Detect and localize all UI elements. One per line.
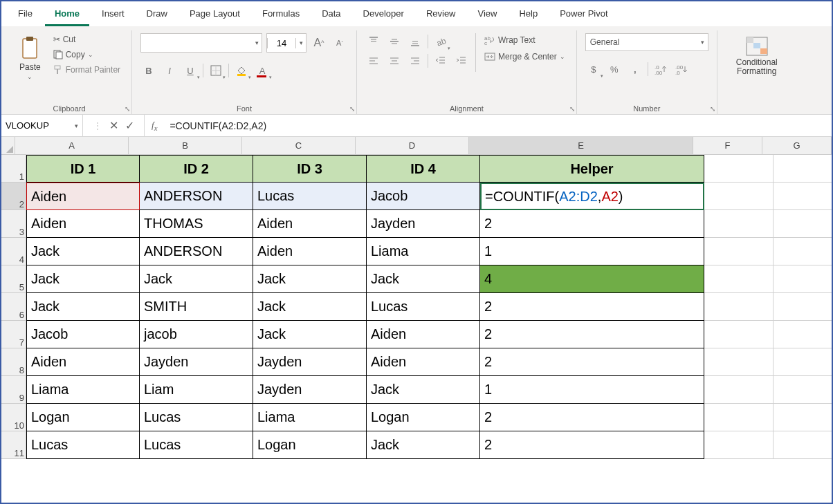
increase-indent-icon[interactable] [453,53,470,69]
align-left-icon[interactable] [365,53,382,69]
increase-decimal-icon[interactable]: .0.00 [652,61,669,77]
copy-button[interactable]: Copy ⌄ [51,48,123,61]
tab-file[interactable]: File [8,4,42,26]
format-painter-button[interactable]: Format Painter [51,64,123,76]
cell-G2[interactable] [774,183,833,210]
merge-center-button[interactable]: Merge & Center ⌄ [482,50,568,64]
dialog-launcher-icon[interactable]: ⤡ [710,105,715,113]
row-header-3[interactable]: 3 [1,210,26,238]
name-box[interactable]: VLOOKUP ▾ [1,115,83,136]
cell-B8[interactable]: Jayden [140,348,253,376]
cell-A11[interactable]: Lucas [26,431,140,459]
underline-button[interactable]: U [182,62,199,79]
cell-C1[interactable]: ID 3 [253,155,367,183]
cell-E10[interactable]: 2 [480,404,704,431]
enter-formula-icon[interactable]: ✓ [125,119,134,132]
cell-A5[interactable]: Jack [26,265,140,293]
tab-help[interactable]: Help [509,4,547,26]
cell-A9[interactable]: Liama [26,376,140,404]
wrap-text-button[interactable]: abc Wrap Text [482,33,568,47]
cell-F10[interactable] [704,404,774,431]
cell-C11[interactable]: Logan [253,431,367,459]
column-header-G[interactable]: G [762,137,832,155]
currency-button[interactable]: $ [585,61,602,77]
cell-G7[interactable] [774,321,833,348]
cell-G3[interactable] [774,210,833,238]
align-center-icon[interactable] [386,53,403,69]
column-header-C[interactable]: C [242,137,356,155]
align-top-icon[interactable] [365,33,382,50]
bold-button[interactable]: B [140,62,157,79]
cell-B6[interactable]: SMITH [140,293,253,321]
row-header-7[interactable]: 7 [1,321,26,348]
dialog-launcher-icon[interactable]: ⤡ [349,105,355,113]
cell-G11[interactable] [774,431,833,459]
cell-C3[interactable]: Aiden [253,210,367,238]
cell-C9[interactable]: Jayden [253,376,367,404]
cell-B4[interactable]: ANDERSON [140,238,253,265]
cell-E8[interactable]: 2 [480,348,704,376]
tab-insert[interactable]: Insert [92,4,134,26]
cell-G8[interactable] [774,348,833,376]
cell-B11[interactable]: Lucas [140,431,253,459]
cell-F11[interactable] [704,431,774,459]
cell-B3[interactable]: THOMAS [140,210,253,238]
align-middle-icon[interactable] [386,33,403,50]
cell-B7[interactable]: jacob [140,321,253,348]
cell-F8[interactable] [704,348,774,376]
cell-D1[interactable]: ID 4 [367,155,480,183]
orientation-button[interactable]: ab [432,33,449,50]
cell-A6[interactable]: Jack [26,293,140,321]
cell-C7[interactable]: Jack [253,321,367,348]
cell-D3[interactable]: Jayden [367,210,480,238]
formula-input[interactable]: =COUNTIF(A2:D2,A2) [164,120,832,131]
border-button[interactable] [208,62,224,79]
cancel-formula-icon[interactable]: ✕ [109,119,118,132]
cell-E5[interactable]: 4 [480,265,704,293]
tab-power-pivot[interactable]: Power Pivot [550,4,617,26]
cell-C5[interactable]: Jack [253,265,367,293]
column-header-F[interactable]: F [693,137,762,155]
cell-D11[interactable]: Jack [367,431,480,459]
tab-developer[interactable]: Developer [354,4,414,26]
row-header-1[interactable]: 1 [1,155,26,183]
tab-draw[interactable]: Draw [137,4,177,26]
align-bottom-icon[interactable] [407,33,423,50]
column-header-A[interactable]: A [15,137,129,155]
comma-button[interactable]: , [627,61,643,77]
dialog-launcher-icon[interactable]: ⤡ [125,105,130,113]
cell-D2[interactable]: Jacob [367,183,480,210]
italic-button[interactable]: I [161,62,178,79]
cell-D9[interactable]: Jack [367,376,480,404]
cell-A3[interactable]: Aiden [26,210,140,238]
cell-D8[interactable]: Aiden [367,348,480,376]
cell-F7[interactable] [704,321,774,348]
cell-C10[interactable]: Liama [253,404,367,431]
cut-button[interactable]: ✂ Cut [51,33,123,46]
align-right-icon[interactable] [407,53,423,69]
cell-F1[interactable] [704,155,774,183]
column-header-D[interactable]: D [356,137,469,155]
cell-F4[interactable] [704,238,774,265]
tab-home[interactable]: Home [45,4,89,26]
cell-E3[interactable]: 2 [480,210,704,238]
dialog-launcher-icon[interactable]: ⤡ [569,105,575,113]
increase-font-icon[interactable]: A^ [311,35,327,51]
cell-E2[interactable]: =COUNTIF(A2:D2,A2) [480,183,704,210]
cell-E9[interactable]: 1 [480,376,704,404]
cell-B5[interactable]: Jack [140,265,253,293]
font-family-select[interactable]: ▾ [140,33,262,53]
percent-button[interactable]: % [606,61,623,77]
cell-C8[interactable]: Jayden [253,348,367,376]
cell-B2[interactable]: ANDERSON [140,183,253,210]
cell-D6[interactable]: Lucas [367,293,480,321]
cell-A8[interactable]: Aiden [26,348,140,376]
row-header-11[interactable]: 11 [1,431,26,459]
cell-D7[interactable]: Aiden [367,321,480,348]
number-format-select[interactable]: General ▾ [585,33,708,51]
cell-G5[interactable] [774,265,833,293]
cell-C4[interactable]: Aiden [253,238,367,265]
cell-E6[interactable]: 2 [480,293,704,321]
row-header-10[interactable]: 10 [1,404,26,431]
font-color-button[interactable]: A [254,62,271,79]
